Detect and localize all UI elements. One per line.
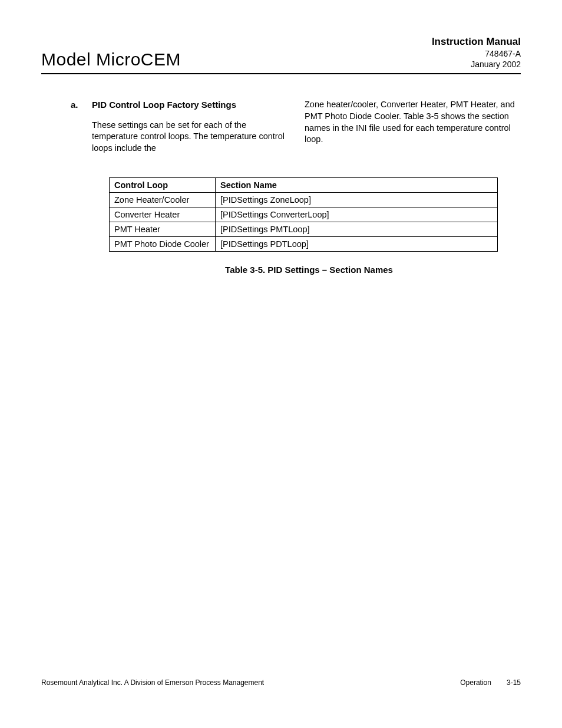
page-header: Model MicroCEM Instruction Manual 748467… <box>41 35 521 74</box>
table-header-row: Control Loop Section Name <box>110 178 498 193</box>
footer-page-number: 3-15 <box>507 678 521 687</box>
right-column: Zone heater/cooler, Converter Heater, PM… <box>305 99 521 154</box>
table-row: PMT Heater [PIDSettings PMTLoop] <box>110 222 498 237</box>
table-cell: PMT Photo Diode Cooler <box>110 237 216 252</box>
table-cell: PMT Heater <box>110 222 216 237</box>
section-letter: a. <box>71 99 92 111</box>
table-cell: Converter Heater <box>110 207 216 222</box>
table-cell: [PIDSettings PDTLoop] <box>216 237 498 252</box>
pid-settings-table: Control Loop Section Name Zone Heater/Co… <box>109 177 498 252</box>
manual-title: Instruction Manual <box>432 35 521 48</box>
section-para-left: These settings can be set for each of th… <box>71 120 287 154</box>
table-caption: Table 3-5. PID Settings – Section Names <box>109 265 509 275</box>
section-para-right: Zone heater/cooler, Converter Heater, PM… <box>305 99 521 145</box>
table-cell: [PIDSettings ZoneLoop] <box>216 193 498 207</box>
page-footer: Rosemount Analytical Inc. A Division of … <box>41 678 521 704</box>
table-row: PMT Photo Diode Cooler [PIDSettings PDTL… <box>110 237 498 252</box>
doc-number: 748467-A <box>432 48 521 59</box>
table-cell: Zone Heater/Cooler <box>110 193 216 207</box>
table-cell: [PIDSettings ConverterLoop] <box>216 207 498 222</box>
table-cell: [PIDSettings PMTLoop] <box>216 222 498 237</box>
content-area: a. PID Control Loop Factory Settings The… <box>41 99 521 678</box>
table-row: Zone Heater/Cooler [PIDSettings ZoneLoop… <box>110 193 498 207</box>
table-row: Converter Heater [PIDSettings ConverterL… <box>110 207 498 222</box>
footer-left: Rosemount Analytical Inc. A Division of … <box>41 678 264 687</box>
header-right-block: Instruction Manual 748467-A January 2002 <box>432 35 521 70</box>
table-header-cell: Control Loop <box>110 178 216 193</box>
footer-section: Operation <box>460 678 491 687</box>
left-column: a. PID Control Loop Factory Settings The… <box>71 99 287 154</box>
model-title: Model MicroCEM <box>41 50 181 70</box>
section-title: PID Control Loop Factory Settings <box>92 99 236 111</box>
table-header-cell: Section Name <box>216 178 498 193</box>
doc-date: January 2002 <box>432 59 521 70</box>
